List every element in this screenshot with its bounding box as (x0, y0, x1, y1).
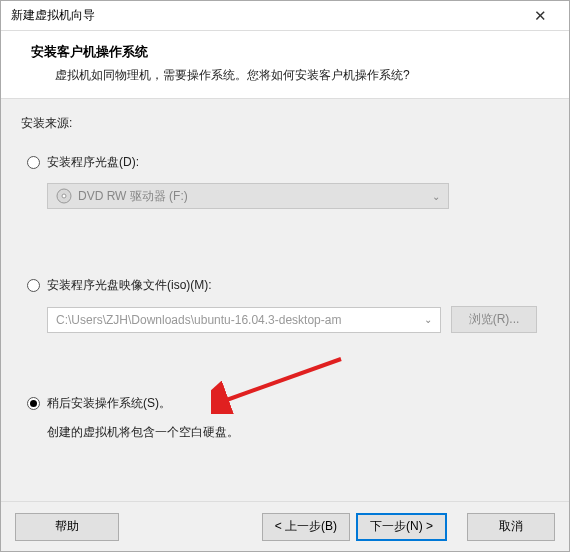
iso-path-combobox[interactable]: C:\Users\ZJH\Downloads\ubuntu-16.04.3-de… (47, 307, 441, 333)
header-title: 安装客户机操作系统 (31, 43, 547, 61)
wizard-window: 新建虚拟机向导 ✕ 安装客户机操作系统 虚拟机如同物理机，需要操作系统。您将如何… (0, 0, 570, 552)
window-title: 新建虚拟机向导 (11, 7, 95, 24)
option-iso-label: 安装程序光盘映像文件(iso)(M): (47, 277, 212, 294)
install-source-label: 安装来源: (21, 115, 549, 132)
option-iso-block: 安装程序光盘映像文件(iso)(M): C:\Users\ZJH\Downloa… (21, 277, 549, 333)
option-later-label: 稍后安装操作系统(S)。 (47, 395, 171, 412)
option-later-note: 创建的虚拟机将包含一个空白硬盘。 (21, 424, 549, 441)
radio-later[interactable] (27, 397, 40, 410)
wizard-header: 安装客户机操作系统 虚拟机如同物理机，需要操作系统。您将如何安装客户机操作系统? (1, 31, 569, 99)
cancel-button[interactable]: 取消 (467, 513, 555, 541)
close-button[interactable]: ✕ (519, 2, 561, 30)
disc-drive-dropdown[interactable]: DVD RW 驱动器 (F:) ⌄ (47, 183, 449, 209)
browse-button[interactable]: 浏览(R)... (451, 306, 537, 333)
svg-point-1 (62, 194, 66, 198)
option-later-radio-row[interactable]: 稍后安装操作系统(S)。 (21, 395, 549, 412)
disc-drive-value: DVD RW 驱动器 (F:) (78, 188, 188, 205)
back-button[interactable]: < 上一步(B) (262, 513, 350, 541)
option-disc-block: 安装程序光盘(D): DVD RW 驱动器 (F:) ⌄ (21, 154, 549, 209)
chevron-down-icon: ⌄ (432, 191, 440, 202)
help-button[interactable]: 帮助 (15, 513, 119, 541)
radio-disc[interactable] (27, 156, 40, 169)
close-icon: ✕ (534, 7, 547, 25)
option-later-block: 稍后安装操作系统(S)。 创建的虚拟机将包含一个空白硬盘。 (21, 395, 549, 441)
radio-iso[interactable] (27, 279, 40, 292)
wizard-content: 安装来源: 安装程序光盘(D): DVD RW 驱动器 (F:) ⌄ 安装程序光… (1, 99, 569, 501)
chevron-down-icon: ⌄ (424, 314, 432, 325)
wizard-footer: 帮助 < 上一步(B) 下一步(N) > 取消 (1, 501, 569, 551)
header-subtitle: 虚拟机如同物理机，需要操作系统。您将如何安装客户机操作系统? (31, 67, 547, 84)
next-button[interactable]: 下一步(N) > (356, 513, 447, 541)
option-disc-radio-row[interactable]: 安装程序光盘(D): (21, 154, 549, 171)
iso-row: C:\Users\ZJH\Downloads\ubuntu-16.04.3-de… (47, 306, 549, 333)
option-iso-radio-row[interactable]: 安装程序光盘映像文件(iso)(M): (21, 277, 549, 294)
option-disc-label: 安装程序光盘(D): (47, 154, 139, 171)
titlebar: 新建虚拟机向导 ✕ (1, 1, 569, 31)
iso-path-value: C:\Users\ZJH\Downloads\ubuntu-16.04.3-de… (56, 313, 341, 327)
disc-icon (56, 188, 72, 204)
